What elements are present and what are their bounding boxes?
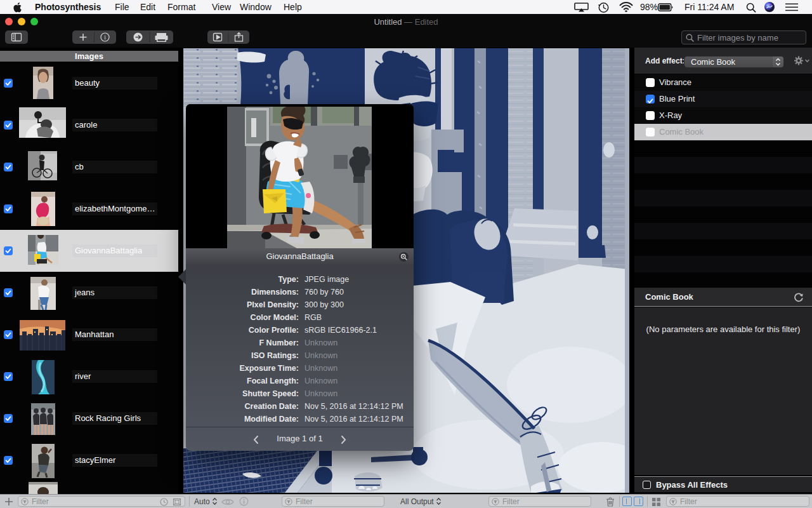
svg-text:i: i: [104, 34, 106, 41]
